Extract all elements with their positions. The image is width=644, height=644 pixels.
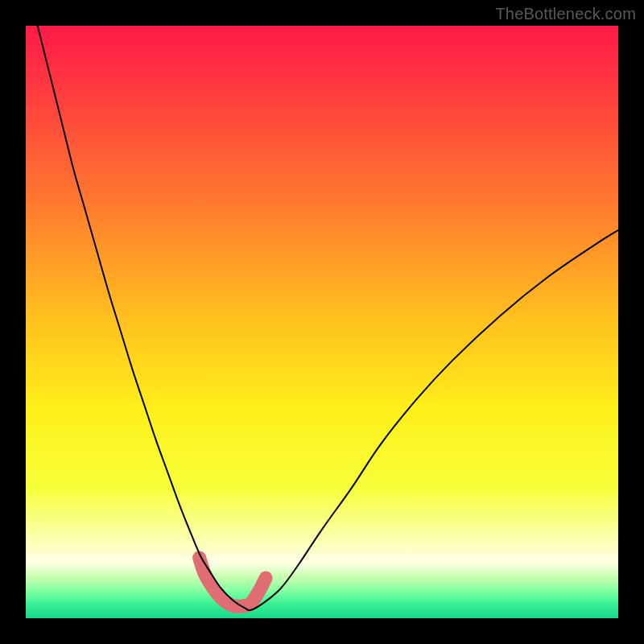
svg-rect-0 bbox=[26, 26, 618, 618]
plot-area bbox=[26, 26, 618, 618]
watermark-text: TheBottleneck.com bbox=[495, 5, 636, 23]
background-gradient bbox=[26, 26, 618, 618]
chart-frame: TheBottleneck.com bbox=[0, 0, 644, 644]
